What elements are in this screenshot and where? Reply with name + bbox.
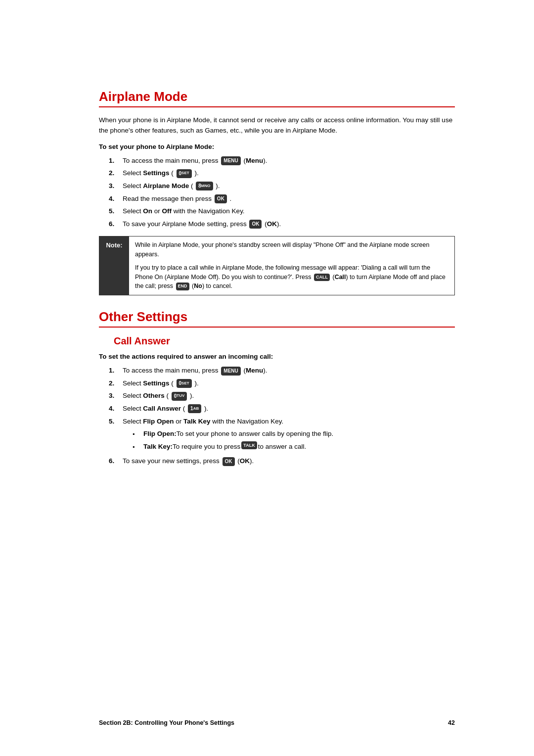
step-5: 5. Select On or Off with the Navigation …	[109, 206, 455, 217]
step-4: 4. Read the message then press OK .	[109, 193, 455, 204]
note-paragraph-2: If you try to place a call while in Airp…	[135, 263, 448, 291]
ca-bullet-2: Talk Key: To require you to press TALK t…	[133, 441, 455, 452]
call-answer-steps: 1. To access the main menu, press MENU (…	[109, 365, 455, 467]
airplane-mode-instruction-heading: To set your phone to Airplane Mode:	[99, 143, 455, 150]
ca-step-3: 3. Select Others ( 0TUV ).	[109, 390, 455, 401]
menu-key-badge: MENU	[221, 156, 240, 165]
airplane-key-badge: 8MNO	[196, 182, 213, 190]
other-settings-section: Other Settings Call Answer To set the ac…	[99, 309, 455, 467]
airplane-mode-body: When your phone is in Airplane Mode, it …	[99, 115, 455, 136]
ca-bullet-1: Flip Open: To set your phone to answer c…	[133, 428, 455, 439]
ca-step-1: 1. To access the main menu, press MENU (…	[109, 365, 455, 376]
note-box: Note: While in Airplane Mode, your phone…	[99, 236, 455, 295]
step-1: 1. To access the main menu, press MENU (…	[109, 155, 455, 166]
ca-step-5: 5. Select Flip Open or Talk Key with the…	[109, 416, 455, 454]
talk-key-badge: TALK	[241, 441, 257, 449]
footer-right: 42	[448, 719, 455, 726]
ca-step-6: 6. To save your new settings, press OK (…	[109, 456, 455, 467]
ca-settings-key: 0SET	[177, 379, 192, 388]
ca-ok-key: OK	[222, 457, 235, 466]
airplane-mode-steps: 1. To access the main menu, press MENU (…	[109, 155, 455, 230]
airplane-mode-title: Airplane Mode	[99, 89, 455, 107]
step-3: 3. Select Airplane Mode ( 8MNO ).	[109, 181, 455, 191]
call-answer-title: Call Answer	[114, 335, 455, 347]
ca-callanswer-key: 1AB	[188, 404, 201, 413]
ok-key-badge-1: OK	[215, 194, 227, 203]
end-key-badge: END	[176, 283, 189, 290]
ok-key-badge-2: OK	[249, 220, 262, 229]
call-key-badge: CALL	[314, 274, 330, 282]
ca-others-key: 0TUV	[172, 392, 187, 401]
ca-step-2: 2. Select Settings ( 0SET ).	[109, 378, 455, 389]
footer-left: Section 2B: Controlling Your Phone's Set…	[99, 719, 234, 726]
step-6: 6. To save your Airplane Mode setting, p…	[109, 219, 455, 230]
note-content: While in Airplane Mode, your phone's sta…	[129, 236, 454, 295]
note-paragraph-1: While in Airplane Mode, your phone's sta…	[135, 240, 448, 259]
settings-key-badge: 0SET	[177, 169, 192, 178]
other-settings-title-wrapper: Other Settings	[99, 309, 455, 328]
ca-menu-key: MENU	[221, 367, 240, 376]
ca-bullet-list: Flip Open: To set your phone to answer c…	[133, 428, 455, 452]
note-label: Note:	[99, 236, 129, 295]
step-2: 2. Select Settings ( 0SET ).	[109, 168, 455, 179]
ca-step-4: 4. Select Call Answer ( 1AB ).	[109, 403, 455, 414]
footer: Section 2B: Controlling Your Phone's Set…	[0, 719, 534, 726]
airplane-mode-section: Airplane Mode When your phone is in Airp…	[99, 89, 455, 295]
airplane-mode-title-wrapper: Airplane Mode	[99, 89, 455, 107]
other-settings-title: Other Settings	[99, 309, 455, 328]
page: Airplane Mode When your phone is in Airp…	[0, 0, 534, 756]
call-answer-subsection: Call Answer To set the actions required …	[99, 335, 455, 467]
call-answer-instruction-heading: To set the actions required to answer an…	[99, 353, 455, 360]
